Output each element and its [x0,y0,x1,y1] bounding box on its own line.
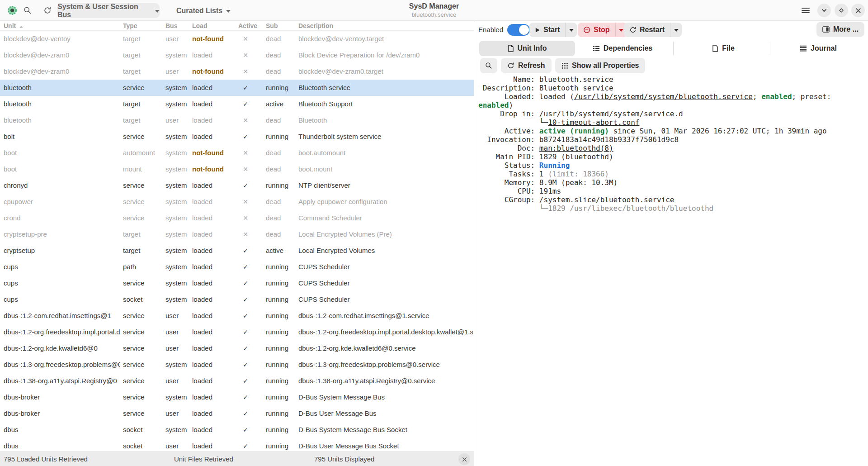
table-row[interactable]: bluetoothtargetuserloaded✕deadBluetooth [0,112,474,128]
table-row[interactable]: crondservicesystemloaded✕deadCommand Sch… [0,210,474,226]
column-header-sub[interactable]: Sub [266,21,278,31]
chevron-down-icon [674,29,679,32]
cell-desc: dbus-:1.3-org.freedesktop.problems@0.ser… [298,357,473,373]
cell-desc: Bluetooth service [298,80,473,96]
header-bar: System & User Session Bus Curated Lists … [0,0,868,21]
table-row[interactable]: boltservicesystemloaded✓runningThunderbo… [0,128,474,145]
table-row[interactable]: bluetoothservicesystemloaded✓runningBlue… [0,80,474,96]
column-header-unit[interactable]: Unit [4,21,23,31]
table-row[interactable]: chronydservicesystemloaded✓runningNTP cl… [0,177,474,194]
refresh-icon[interactable] [42,5,53,16]
more-button[interactable]: More ... [816,22,864,37]
menu-button[interactable] [801,7,810,14]
maximize-button[interactable] [835,4,848,17]
start-button[interactable]: Start [529,23,565,37]
cell-desc: Local Encrypted Volumes [298,243,473,259]
cell-sub: dead [266,145,297,161]
cell-unit: cups [4,275,120,291]
cell-active: ✓ [236,128,255,145]
cell-unit: dbus [4,438,120,452]
table-row[interactable]: bootmountsystemnot-found✕deadboot.mount [0,161,474,177]
column-header-bus[interactable]: Bus [165,21,177,31]
info-link[interactable]: 10-timeout-abort.conf [548,118,639,127]
info-line: CPU: 191ms [478,187,866,195]
info-text: ) [509,101,513,109]
cell-load: loaded [192,308,236,324]
info-text: active (running) [539,127,609,135]
table-row[interactable]: dbus-:1.2-org.freedesktop.impl.portal.de… [0,324,474,340]
cell-active: ✓ [236,96,255,112]
column-header-description[interactable]: Description [298,21,333,31]
cell-desc: dbus-:1.2-com.redhat.imsettings@1.servic… [298,308,473,324]
info-text: enabled [761,92,792,101]
table-row[interactable]: blockdev@dev-zram0targetsystemloaded✕dea… [0,47,474,63]
cell-load: loaded [192,324,236,340]
cell-sub: running [266,177,297,194]
table-row[interactable]: dbus-brokerservicesystemloaded✓runningD-… [0,389,474,405]
table-row[interactable]: dbus-:1.38-org.a11y.atspi.Registry@0serv… [0,373,474,389]
cell-active: ✕ [236,194,255,210]
restart-button[interactable]: Restart [624,23,670,37]
info-text: enabled [478,101,509,109]
table-row[interactable]: cupssocketsystemloaded✓runningCUPS Sched… [0,291,474,308]
cell-type: service [123,340,163,357]
table-row[interactable]: dbus-:1.3-org.freedesktop.problems@0serv… [0,357,474,373]
show-all-properties-button[interactable]: Show all Properties [555,58,645,73]
status-units-displayed: 795 Units Displayed [314,452,374,466]
tab-dependencies[interactable]: Dependencies [584,41,661,56]
info-text: since Sun, 01 Mar 2026 16:27:02 UTC; 1h … [609,127,827,135]
table-row[interactable]: cupsservicesystemloaded✓runningCUPS Sche… [0,275,474,291]
table-row[interactable]: blockdev@dev-zram0targetusernot-found✕de… [0,63,474,80]
close-button[interactable] [851,4,865,17]
info-text: Doc: [478,144,539,152]
info-line: CGroup: /system.slice/bluetooth.service [478,195,866,204]
enabled-toggle[interactable] [507,24,530,36]
properties-refresh-button[interactable]: Refresh [501,58,552,73]
table-row[interactable]: dbus-:1.2-org.kde.kwalletd6@0serviceuser… [0,340,474,357]
restart-options-button[interactable] [670,23,682,37]
table-row[interactable]: bluetoothtargetsystemloaded✓activeBlueto… [0,96,474,112]
table-row[interactable]: blockdev@dev-ventoytargetusernot-found✕d… [0,31,474,47]
column-header-active[interactable]: Active [238,21,257,31]
table-row[interactable]: dbussocketsystemloaded✓runningD-Bus Syst… [0,422,474,438]
app-icon [7,5,18,16]
cell-bus: system [165,177,190,194]
column-header-load[interactable]: Load [192,21,207,31]
table-row[interactable]: dbussocketuserloaded✓runningD-Bus User M… [0,438,474,452]
search-icon[interactable] [22,5,33,16]
info-line: Loaded: loaded (/usr/lib/systemd/system/… [478,92,866,101]
curated-lists-dropdown[interactable]: Curated Lists [171,3,236,18]
stop-button[interactable]: Stop [578,23,615,37]
table-row[interactable]: cpupowerservicesystemloaded✕deadApply cp… [0,194,474,210]
tab-file[interactable]: File [683,41,764,56]
cell-load: loaded [192,259,236,275]
info-link[interactable]: /usr/lib/systemd/system/bluetooth.servic… [574,92,753,101]
chevron-down-icon [619,29,623,32]
info-link[interactable]: man:bluetoothd(8) [539,144,613,152]
minimize-button[interactable] [817,4,831,17]
table-row[interactable]: cupspathsystemloaded✓runningCUPS Schedul… [0,259,474,275]
table-row[interactable]: cryptsetup-pretargetsystemloaded✕deadLoc… [0,226,474,243]
bus-selector-dropdown[interactable]: System & User Session Bus [57,3,160,18]
table-row[interactable]: cryptsetuptargetsystemloaded✓activeLocal… [0,243,474,259]
status-close-button[interactable] [458,453,470,465]
tab-unit-info[interactable]: Unit Info [479,41,575,56]
info-line: Tasks: 1 (limit: 18366) [478,170,866,178]
table-row[interactable]: dbus-brokerserviceuserloaded✓runningD-Bu… [0,405,474,422]
restart-button-group: Restart [624,23,682,37]
start-options-button[interactable] [565,23,577,37]
cell-desc: dbus-:1.2-org.freedesktop.impl.portal.de… [298,324,473,340]
cell-desc: Local Encrypted Volumes (Pre) [298,226,473,243]
table-row[interactable]: bootautomountsystemnot-found✕deadboot.au… [0,145,474,161]
cell-type: service [123,128,163,145]
cell-load: loaded [192,340,236,357]
cell-desc: Apply cpupower configuration [298,194,473,210]
table-row[interactable]: dbus-:1.2-com.redhat.imsettings@1service… [0,308,474,324]
cell-type: service [123,194,163,210]
column-header-type[interactable]: Type [123,21,137,31]
tab-journal[interactable]: Journal [780,41,857,56]
properties-search-button[interactable] [480,58,497,73]
cell-type: target [123,96,163,112]
info-text: └─1829 /usr/libexec/bluetooth/bluetoothd [478,204,713,213]
cell-desc: CUPS Scheduler [298,275,473,291]
